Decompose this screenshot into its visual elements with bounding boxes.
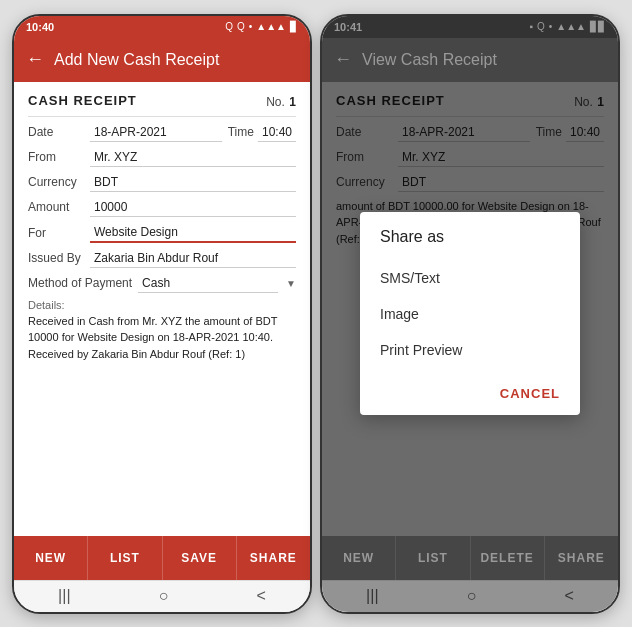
left-method-label: Method of Payment xyxy=(28,276,132,290)
left-currency-row: Currency BDT xyxy=(28,173,296,192)
left-amount-label: Amount xyxy=(28,200,84,214)
right-dialog-overlay: Share as SMS/Text Image Print Preview CA… xyxy=(322,16,618,612)
left-nav-home-icon[interactable]: ○ xyxy=(159,587,169,605)
left-for-value[interactable]: Website Design xyxy=(90,223,296,243)
left-share-button[interactable]: SHARE xyxy=(237,536,310,580)
right-dialog-title: Share as xyxy=(380,228,560,246)
left-divider1 xyxy=(28,116,296,117)
left-amount-value[interactable]: 10000 xyxy=(90,198,296,217)
left-amount-row: Amount 10000 xyxy=(28,198,296,217)
left-issued-value[interactable]: Zakaria Bin Abdur Rouf xyxy=(90,249,296,268)
left-nav-bar: ||| ○ < xyxy=(14,580,310,612)
left-details-text: Received in Cash from Mr. XYZ the amount… xyxy=(28,313,296,363)
left-currency-value[interactable]: BDT xyxy=(90,173,296,192)
left-details-label: Details: xyxy=(28,299,296,311)
left-method-dropdown-icon: ▼ xyxy=(286,278,296,289)
left-details-section: Details: Received in Cash from Mr. XYZ t… xyxy=(28,299,296,363)
left-header-title: Add New Cash Receipt xyxy=(54,51,219,69)
left-signal-icon: ▲▲▲ xyxy=(256,21,286,32)
left-time-group: Time 10:40 xyxy=(228,123,296,142)
left-search-icon: Q xyxy=(225,21,233,32)
left-from-label: From xyxy=(28,150,84,164)
left-method-row: Method of Payment Cash ▼ xyxy=(28,274,296,293)
left-new-button[interactable]: NEW xyxy=(14,536,88,580)
left-no-group: No. 1 xyxy=(266,92,296,110)
right-dialog-image-item[interactable]: Image xyxy=(380,296,560,332)
left-date-label: Date xyxy=(28,125,84,139)
left-issued-row: Issued By Zakaria Bin Abdur Rouf xyxy=(28,249,296,268)
right-phone: 10:41 ▪ Q • ▲▲▲ ▊▊ ← View Cash Receipt C… xyxy=(320,14,620,614)
right-dialog-sms-item[interactable]: SMS/Text xyxy=(380,260,560,296)
left-currency-label: Currency xyxy=(28,175,84,189)
left-for-row: For Website Design xyxy=(28,223,296,243)
left-section-title-row: CASH RECEIPT No. 1 xyxy=(28,92,296,110)
left-from-row: From Mr. XYZ xyxy=(28,148,296,167)
left-status-time: 10:40 xyxy=(26,21,54,33)
right-dialog-actions: CANCEL xyxy=(380,376,560,407)
left-save-button[interactable]: SAVE xyxy=(163,536,237,580)
left-dot-icon: • xyxy=(249,21,253,32)
left-status-icons: Q Q • ▲▲▲ ▊ xyxy=(225,21,298,32)
left-from-value[interactable]: Mr. XYZ xyxy=(90,148,296,167)
left-date-row: Date 18-APR-2021 Time 10:40 xyxy=(28,123,296,142)
left-app-header: ← Add New Cash Receipt xyxy=(14,38,310,82)
left-time-value[interactable]: 10:40 xyxy=(258,123,296,142)
left-nav-back-icon[interactable]: < xyxy=(257,587,266,605)
left-method-value[interactable]: Cash xyxy=(138,274,278,293)
left-time-label: Time xyxy=(228,125,254,139)
left-content: CASH RECEIPT No. 1 Date 18-APR-2021 Time… xyxy=(14,82,310,536)
left-date-value[interactable]: 18-APR-2021 xyxy=(90,123,222,142)
right-share-dialog: Share as SMS/Text Image Print Preview CA… xyxy=(360,212,580,415)
left-issued-label: Issued By xyxy=(28,251,84,265)
left-nav-menu-icon[interactable]: ||| xyxy=(58,587,70,605)
left-no-label: No. xyxy=(266,95,285,109)
left-bottom-toolbar: NEW LIST SAVE SHARE xyxy=(14,536,310,580)
left-search2-icon: Q xyxy=(237,21,245,32)
left-section-title: CASH RECEIPT xyxy=(28,93,137,108)
left-list-button[interactable]: LIST xyxy=(88,536,162,580)
left-back-button[interactable]: ← xyxy=(26,49,44,70)
left-no-value: 1 xyxy=(289,95,296,109)
right-dialog-cancel-button[interactable]: CANCEL xyxy=(500,380,560,407)
left-battery-icon: ▊ xyxy=(290,21,298,32)
left-phone: 10:40 Q Q • ▲▲▲ ▊ ← Add New Cash Receipt… xyxy=(12,14,312,614)
left-for-label: For xyxy=(28,226,84,240)
right-dialog-print-item[interactable]: Print Preview xyxy=(380,332,560,368)
left-status-bar: 10:40 Q Q • ▲▲▲ ▊ xyxy=(14,16,310,38)
